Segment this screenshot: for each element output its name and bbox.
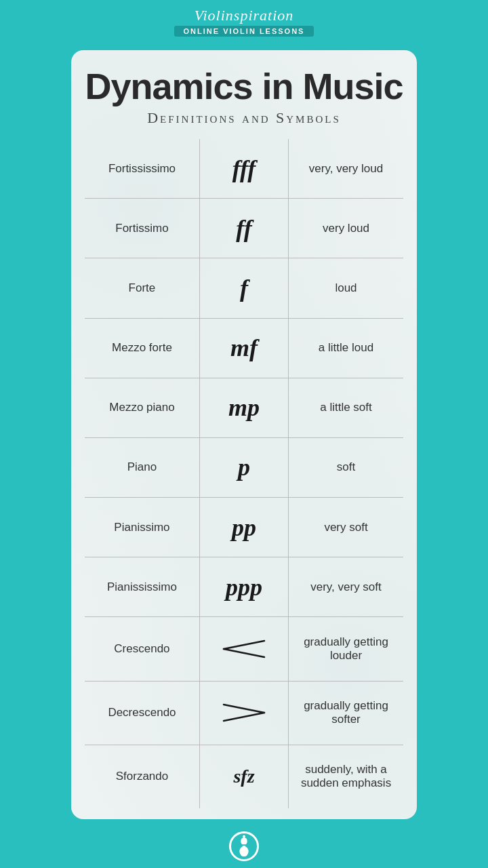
page-subtitle: Definitions and Symbols: [147, 109, 341, 127]
table-row: Fortefloud: [85, 258, 403, 318]
dynamic-name: Pianissimo: [85, 497, 199, 557]
header: Violinspiration Online Violin Lessons: [0, 0, 488, 42]
dynamic-symbol-cell: ppp: [199, 557, 288, 617]
dynamic-definition: very, very soft: [289, 557, 403, 617]
dynamic-symbol: mf: [230, 334, 258, 361]
dynamic-name: Decrescendo: [85, 681, 199, 745]
svg-line-0: [224, 641, 264, 649]
dynamic-definition: very, very loud: [289, 139, 403, 198]
dynamic-definition: a little soft: [289, 378, 403, 437]
svg-line-1: [224, 649, 264, 657]
dynamic-name: Fortissimo: [85, 199, 199, 258]
dynamic-symbol-cell: sfz: [199, 745, 288, 808]
dynamic-symbol-cell: [199, 617, 288, 681]
dynamic-name: Mezzo piano: [85, 378, 199, 437]
dynamic-symbol-cell: mp: [199, 378, 288, 437]
svg-rect-7: [242, 844, 246, 846]
dynamic-symbol-cell: [199, 681, 288, 745]
violin-icon: [229, 831, 259, 861]
svg-line-3: [224, 713, 264, 721]
table-row: Pianississimopppvery, very soft: [85, 557, 403, 617]
dynamic-definition: suddenly, with a sudden emphasis: [289, 745, 403, 808]
brand-name: Violinspiration: [195, 7, 294, 24]
table-row: Decrescendo gradually getting softer: [85, 681, 403, 745]
dynamic-symbol-cell: pp: [199, 497, 288, 557]
dynamic-symbol-cell: mf: [199, 318, 288, 378]
dynamic-name: Crescendo: [85, 617, 199, 681]
brand-subtitle: Online Violin Lessons: [174, 26, 314, 37]
dynamic-name: Forte: [85, 258, 199, 318]
decrescendo-symbol: [204, 701, 284, 725]
dynamic-definition: loud: [289, 258, 403, 318]
table-row: Pianissimoppvery soft: [85, 497, 403, 557]
dynamic-name: Fortississimo: [85, 139, 199, 198]
dynamic-name: Sforzando: [85, 745, 199, 808]
dynamic-definition: soft: [289, 437, 403, 497]
dynamic-symbol: ppp: [226, 574, 262, 601]
dynamic-symbol-cell: f: [199, 258, 288, 318]
dynamic-symbol: f: [240, 275, 248, 302]
table-row: Fortississimofffvery, very loud: [85, 139, 403, 198]
table-row: Mezzo pianompa little soft: [85, 378, 403, 437]
table-row: Sforzandosfzsuddenly, with a sudden emph…: [85, 745, 403, 808]
main-card: Dynamics in Music Definitions and Symbol…: [71, 50, 417, 819]
dynamic-definition: very soft: [289, 497, 403, 557]
dynamic-symbol-cell: p: [199, 437, 288, 497]
table-row: Pianopsoft: [85, 437, 403, 497]
svg-point-4: [239, 846, 248, 856]
table-row: Mezzo fortemfa little loud: [85, 318, 403, 378]
dynamic-definition: very loud: [289, 199, 403, 258]
table-row: Crescendo gradually getting louder: [85, 617, 403, 681]
dynamic-definition: gradually getting louder: [289, 617, 403, 681]
footer: [0, 827, 488, 868]
dynamic-definition: a little loud: [289, 318, 403, 378]
dynamic-definition: gradually getting softer: [289, 681, 403, 745]
dynamic-symbol: p: [238, 454, 250, 481]
dynamic-symbol: fff: [232, 155, 256, 182]
dynamic-name: Pianississimo: [85, 557, 199, 617]
dynamic-symbol-cell: ff: [199, 199, 288, 258]
dynamics-table: Fortississimofffvery, very loudFortissim…: [85, 139, 403, 808]
dynamic-name: Piano: [85, 437, 199, 497]
crescendo-symbol: [204, 637, 284, 661]
dynamic-symbol: pp: [232, 514, 256, 541]
dynamic-symbol: sfz: [233, 766, 254, 787]
svg-line-2: [224, 705, 264, 713]
dynamic-symbol-cell: fff: [199, 139, 288, 198]
violin-svg: [235, 835, 253, 858]
svg-point-9: [243, 835, 245, 837]
table-row: Fortissimoffvery loud: [85, 199, 403, 258]
page-title: Dynamics in Music: [85, 66, 403, 106]
dynamic-symbol: mp: [228, 394, 260, 421]
dynamic-symbol: ff: [236, 215, 251, 242]
dynamic-name: Mezzo forte: [85, 318, 199, 378]
